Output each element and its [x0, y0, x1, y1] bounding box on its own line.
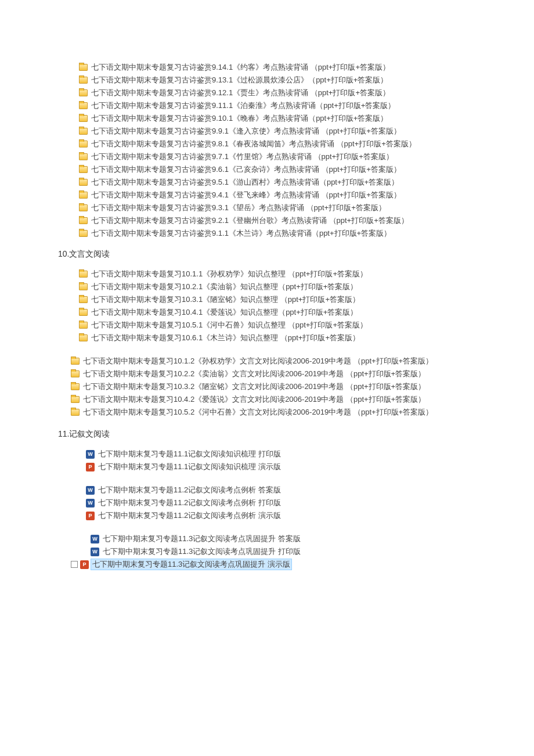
heading-11: 11.记叙文阅读 — [0, 429, 534, 440]
folder-item[interactable]: 七下语文期中期末专题复习古诗鉴赏9.2.1《登幽州台歌》考点熟读背诵 （ppt+… — [0, 214, 534, 227]
folder-icon — [79, 102, 88, 109]
folder-icon — [79, 128, 88, 135]
folder-item[interactable]: 七下语文期中期末专题复习10.5.2《河中石兽》文言文对比阅读2006-2019… — [0, 406, 534, 419]
folder-item[interactable]: 七下语文期中期末专题复习古诗鉴赏9.7.1《竹里馆》考点熟读背诵 （ppt+打印… — [0, 150, 534, 163]
folder-icon — [79, 322, 88, 329]
word-doc-icon: W — [86, 486, 95, 495]
file-name: 七下语文期中期末专题复习古诗鉴赏9.9.1《逢入京使》考点熟读背诵 （ppt+打… — [91, 126, 401, 136]
powerpoint-icon: P — [86, 463, 95, 471]
folder-icon — [79, 283, 88, 290]
powerpoint-icon: P — [86, 512, 95, 520]
file-name: 七下期中期末复习专题11.3记叙文阅读考点巩固提升 答案版 — [103, 534, 301, 544]
folder-item[interactable]: 七下语文期中期末专题复习古诗鉴赏9.6.1《己亥杂诗》考点熟读背诵 （ppt+打… — [0, 163, 534, 176]
folder-icon — [79, 64, 88, 71]
section-11c-list: W七下期中期末复习专题11.3记叙文阅读考点巩固提升 答案版 W七下期中期末复习… — [0, 532, 534, 571]
file-name: 七下语文期中期末专题复习10.2.1《卖油翁》知识点整理（ppt+打印版+答案版… — [91, 282, 358, 292]
folder-item[interactable]: 七下语文期中期末专题复习10.3.1《陋室铭》知识点整理 （ppt+打印版+答案… — [0, 293, 534, 306]
folder-item[interactable]: 七下语文期中期末专题复习古诗鉴赏9.9.1《逢入京使》考点熟读背诵 （ppt+打… — [0, 125, 534, 138]
file-name: 七下语文期中期末专题复习10.4.1《爱莲说》知识点整理（ppt+打印版+答案版… — [91, 307, 358, 318]
word-doc-icon: W — [91, 548, 99, 556]
folder-item[interactable]: 七下语文期中期末专题复习10.1.1《孙权劝学》知识点整理 （ppt+打印版+答… — [0, 268, 534, 280]
file-item[interactable]: P七下期中期末复习专题11.2记叙文阅读考点例析 演示版 — [0, 509, 534, 522]
file-name: 七下语文期中期末专题复习10.3.1《陋室铭》知识点整理 （ppt+打印版+答案… — [91, 294, 360, 305]
folder-item[interactable]: 七下语文期中期末专题复习古诗鉴赏9.3.1《望岳》考点熟读背诵 （ppt+打印版… — [0, 201, 534, 214]
folder-icon — [79, 217, 88, 224]
folder-icon — [79, 115, 88, 122]
file-name: 七下期中期末复习专题11.2记叙文阅读考点例析 演示版 — [98, 510, 281, 521]
folder-item[interactable]: 七下语文期中期末专题复习10.2.2《卖油翁》文言文对比阅读2006-2019中… — [0, 368, 534, 380]
folder-item[interactable]: 七下语文期中期末专题复习古诗鉴赏9.12.1《贾生》考点熟读背诵 （ppt+打印… — [0, 87, 534, 99]
file-name: 七下期中期末复习专题11.2记叙文阅读考点例析 答案版 — [98, 485, 281, 495]
file-name: 七下语文期中期末专题复习古诗鉴赏9.8.1《春夜洛城闻笛》考点熟读背诵 （ppt… — [91, 139, 416, 149]
file-name: 七下语文期中期末专题复习10.1.2《孙权劝学》文言文对比阅读2006-2019… — [83, 356, 433, 366]
folder-item[interactable]: 七下语文期中期末专题复习古诗鉴赏9.8.1《春夜洛城闻笛》考点熟读背诵 （ppt… — [0, 138, 534, 150]
file-item[interactable]: W七下期中期末复习专题11.2记叙文阅读考点例析 打印版 — [0, 496, 534, 509]
folder-item[interactable]: 七下语文期中期末专题复习古诗鉴赏9.10.1《晚春》考点熟读背诵（ppt+打印版… — [0, 112, 534, 125]
folder-icon — [71, 396, 80, 403]
folder-item[interactable]: 七下语文期中期末专题复习10.3.2《陋室铭》文言文对比阅读2006-2019中… — [0, 380, 534, 393]
word-doc-icon: W — [86, 499, 95, 507]
folder-item[interactable]: 七下语文期中期末专题复习10.4.2《爱莲说》文言文对比阅读2006-2019中… — [0, 393, 534, 406]
checkbox[interactable] — [71, 561, 78, 568]
folder-icon — [79, 230, 88, 237]
section-11b-list: W七下期中期末复习专题11.2记叙文阅读考点例析 答案版 W七下期中期末复习专题… — [0, 484, 534, 522]
file-name: 七下语文期中期末专题复习古诗鉴赏9.10.1《晚春》考点熟读背诵（ppt+打印版… — [91, 113, 388, 124]
folder-item[interactable]: 七下语文期中期末专题复习古诗鉴赏9.1.1《木兰诗》考点熟读背诵（ppt+打印版… — [0, 227, 534, 240]
file-item[interactable]: W七下期中期末复习专题11.3记叙文阅读考点巩固提升 答案版 — [0, 532, 534, 545]
folder-icon — [79, 89, 88, 96]
file-item[interactable]: P七下期中期末复习专题11.1记叙文阅读知识梳理 演示版 — [0, 460, 534, 473]
file-item[interactable]: W七下期中期末复习专题11.3记叙文阅读考点巩固提升 打印版 — [0, 545, 534, 558]
section-11a-list: W七下期中期末复习专题11.1记叙文阅读知识梳理 打印版 P七下期中期末复习专题… — [0, 448, 534, 473]
folder-item[interactable]: 七下语文期中期末专题复习10.4.1《爱莲说》知识点整理（ppt+打印版+答案版… — [0, 306, 534, 319]
file-name: 七下语文期中期末专题复习10.5.1《河中石兽》知识点整理 （ppt+打印版+答… — [91, 320, 367, 330]
file-item[interactable]: W七下期中期末复习专题11.1记叙文阅读知识梳理 打印版 — [0, 448, 534, 460]
word-doc-icon: W — [91, 535, 99, 543]
section-9-list: 七下语文期中期末专题复习古诗鉴赏9.14.1《约客》考点熟读背诵 （ppt+打印… — [0, 61, 534, 240]
file-name: 七下语文期中期末专题复习10.4.2《爱莲说》文言文对比阅读2006-2019中… — [83, 394, 425, 405]
folder-icon — [79, 179, 88, 186]
folder-item[interactable]: 七下语文期中期末专题复习10.1.2《孙权劝学》文言文对比阅读2006-2019… — [0, 355, 534, 368]
file-name: 七下期中期末复习专题11.1记叙文阅读知识梳理 打印版 — [98, 449, 281, 459]
file-name: 七下语文期中期末专题复习10.5.2《河中石兽》文言文对比阅读2006-2019… — [83, 407, 433, 417]
folder-icon — [79, 141, 88, 147]
file-name: 七下语文期中期末专题复习古诗鉴赏9.12.1《贾生》考点熟读背诵 （ppt+打印… — [91, 88, 390, 98]
folder-item[interactable]: 七下语文期中期末专题复习10.6.1《木兰诗》知识点整理 （ppt+打印版+答案… — [0, 332, 534, 344]
file-name: 七下语文期中期末专题复习10.2.2《卖油翁》文言文对比阅读2006-2019中… — [83, 369, 425, 379]
file-name: 七下语文期中期末专题复习10.6.1《木兰诗》知识点整理 （ppt+打印版+答案… — [91, 333, 360, 343]
file-item-selected[interactable]: P 七下期中期末复习专题11.3记叙文阅读考点巩固提升 演示版 — [0, 558, 534, 571]
folder-icon — [79, 334, 88, 341]
heading-10: 10.文言文阅读 — [0, 249, 534, 260]
file-name: 七下期中期末复习专题11.3记叙文阅读考点巩固提升 打印版 — [103, 546, 301, 557]
file-name: 七下语文期中期末专题复习古诗鉴赏9.13.1《过松源晨炊漆公店》（ppt+打印版… — [91, 75, 388, 85]
folder-icon — [71, 370, 80, 377]
file-name: 七下语文期中期末专题复习古诗鉴赏9.7.1《竹里馆》考点熟读背诵 （ppt+打印… — [91, 152, 394, 162]
file-name: 七下语文期中期末专题复习古诗鉴赏9.5.1《游山西村》考点熟读背诵（ppt+打印… — [91, 177, 399, 188]
section-10a-list: 七下语文期中期末专题复习10.1.1《孙权劝学》知识点整理 （ppt+打印版+答… — [0, 268, 534, 344]
folder-icon — [79, 204, 88, 211]
folder-icon — [71, 383, 80, 390]
file-name: 七下语文期中期末专题复习古诗鉴赏9.1.1《木兰诗》考点熟读背诵（ppt+打印版… — [91, 228, 391, 239]
section-10b-list: 七下语文期中期末专题复习10.1.2《孙权劝学》文言文对比阅读2006-2019… — [0, 355, 534, 419]
folder-item[interactable]: 七下语文期中期末专题复习古诗鉴赏9.14.1《约客》考点熟读背诵 （ppt+打印… — [0, 61, 534, 74]
file-item[interactable]: W七下期中期末复习专题11.2记叙文阅读考点例析 答案版 — [0, 484, 534, 496]
file-name: 七下语文期中期末专题复习古诗鉴赏9.6.1《己亥杂诗》考点熟读背诵 （ppt+打… — [91, 164, 401, 175]
file-name: 七下语文期中期末专题复习10.3.2《陋室铭》文言文对比阅读2006-2019中… — [83, 381, 425, 392]
folder-item[interactable]: 七下语文期中期末专题复习古诗鉴赏9.5.1《游山西村》考点熟读背诵（ppt+打印… — [0, 176, 534, 189]
folder-icon — [71, 358, 80, 365]
file-name: 七下语文期中期末专题复习古诗鉴赏9.14.1《约客》考点熟读背诵 （ppt+打印… — [91, 62, 390, 73]
file-name: 七下语文期中期末专题复习古诗鉴赏9.4.1《登飞来峰》考点熟读背诵 （ppt+打… — [91, 190, 401, 200]
folder-item[interactable]: 七下语文期中期末专题复习古诗鉴赏9.4.1《登飞来峰》考点熟读背诵 （ppt+打… — [0, 189, 534, 201]
folder-item[interactable]: 七下语文期中期末专题复习10.2.1《卖油翁》知识点整理（ppt+打印版+答案版… — [0, 280, 534, 293]
folder-item[interactable]: 七下语文期中期末专题复习古诗鉴赏9.11.1《泊秦淮》考点熟读背诵（ppt+打印… — [0, 99, 534, 112]
folder-icon — [79, 309, 88, 316]
folder-icon — [79, 77, 88, 84]
file-name: 七下期中期末复习专题11.3记叙文阅读考点巩固提升 演示版 — [91, 559, 291, 570]
folder-item[interactable]: 七下语文期中期末专题复习10.5.1《河中石兽》知识点整理 （ppt+打印版+答… — [0, 319, 534, 332]
folder-icon — [79, 192, 88, 199]
folder-item[interactable]: 七下语文期中期末专题复习古诗鉴赏9.13.1《过松源晨炊漆公店》（ppt+打印版… — [0, 74, 534, 87]
folder-icon — [79, 296, 88, 303]
folder-icon — [79, 153, 88, 160]
powerpoint-icon: P — [80, 560, 89, 569]
word-doc-icon: W — [86, 450, 95, 459]
file-name: 七下语文期中期末专题复习古诗鉴赏9.11.1《泊秦淮》考点熟读背诵（ppt+打印… — [91, 100, 395, 111]
